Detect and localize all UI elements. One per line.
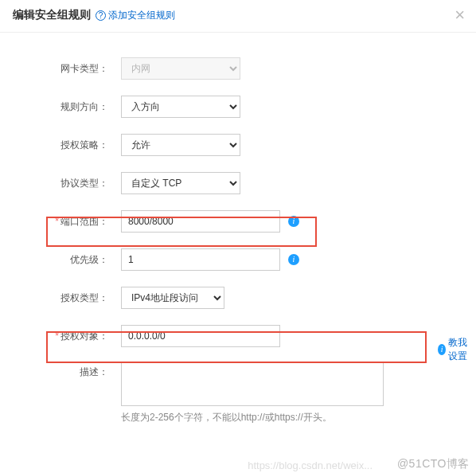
row-direction: 规则方向： 入方向 [24, 95, 452, 119]
label-policy: 授权策略： [24, 139, 111, 152]
label-priority: 优先级： [24, 253, 111, 267]
info-icon[interactable]: i [288, 216, 299, 227]
row-priority: 优先级： i [24, 248, 452, 272]
row-auth-type: 授权类型： IPv4地址段访问 [24, 286, 452, 310]
help-link[interactable]: ? 添加安全组规则 [96, 9, 175, 22]
dialog-title: 编辑安全组规则 [13, 8, 91, 22]
label-description: 描述： [24, 362, 111, 379]
label-port: *端口范围： [24, 215, 111, 229]
row-policy: 授权策略： 允许 [24, 133, 452, 157]
form: 网卡类型： 内网 规则方向： 入方向 授权策略： 允许 协议类型： 自定义 TC… [0, 33, 476, 436]
row-port: *端口范围： i [24, 209, 452, 233]
input-auth-object[interactable] [121, 325, 280, 347]
watermark-url: https://blog.csdn.net/weix... [248, 459, 373, 471]
info-icon[interactable]: i [288, 254, 299, 265]
help-link-text: 添加安全组规则 [108, 9, 175, 22]
description-hint: 长度为2-256个字符，不能以http://或https://开头。 [121, 411, 452, 424]
textarea-description[interactable] [121, 362, 384, 406]
watermark: @51CTO博客 [397, 457, 470, 471]
select-nic-type: 内网 [121, 57, 240, 80]
select-auth-type[interactable]: IPv4地址段访问 [121, 287, 224, 309]
question-icon: ? [96, 10, 106, 21]
select-policy[interactable]: 允许 [121, 134, 240, 156]
select-protocol[interactable]: 自定义 TCP [121, 172, 240, 194]
input-port-range[interactable] [121, 210, 280, 233]
label-auth-type: 授权类型： [24, 291, 111, 305]
dialog-header: 编辑安全组规则 ? 添加安全组规则 × [0, 0, 476, 33]
row-protocol: 协议类型： 自定义 TCP [24, 171, 452, 195]
input-priority[interactable] [121, 248, 280, 271]
teach-link[interactable]: i 教我设置 [438, 336, 476, 363]
info-icon: i [438, 344, 446, 355]
row-auth-obj: *授权对象： [24, 324, 452, 348]
row-description: 描述： [24, 362, 452, 406]
label-protocol: 协议类型： [24, 177, 111, 190]
teach-link-text: 教我设置 [448, 336, 476, 363]
row-nic-type: 网卡类型： 内网 [24, 57, 452, 80]
close-icon[interactable]: × [455, 6, 465, 24]
label-direction: 规则方向： [24, 100, 111, 114]
label-auth-obj: *授权对象： [24, 330, 111, 343]
select-direction[interactable]: 入方向 [121, 96, 240, 118]
label-nic-type: 网卡类型： [24, 62, 111, 76]
